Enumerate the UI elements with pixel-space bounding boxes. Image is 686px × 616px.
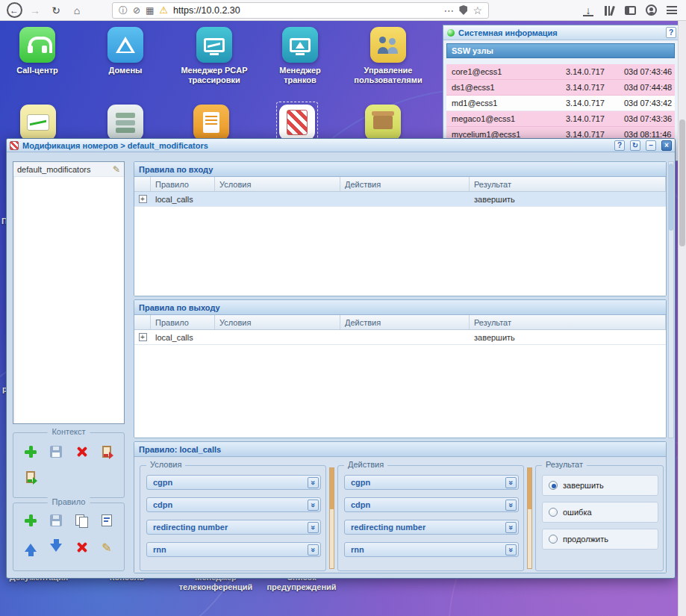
chevron-down-icon[interactable]: » bbox=[505, 500, 517, 511]
url-text: https://10.0.2.30 bbox=[173, 5, 438, 16]
action-dropdown-cdpn[interactable]: cdpn » bbox=[344, 497, 519, 512]
permission-blocked-icon[interactable]: ⊘ bbox=[133, 6, 140, 15]
chevron-down-icon[interactable]: » bbox=[505, 544, 517, 556]
menu-button[interactable] bbox=[662, 1, 682, 19]
rules-out-section: Правила по выходу Правило Условия Действ… bbox=[134, 299, 667, 438]
delete-rule-button[interactable] bbox=[73, 539, 90, 556]
window-close-button[interactable]: × bbox=[661, 140, 672, 151]
result-legend: Результат bbox=[542, 460, 587, 469]
node-name: core1@ecss1 bbox=[446, 67, 566, 76]
conditions-scrollbar[interactable] bbox=[329, 467, 334, 569]
window-titlebar[interactable]: Модификация номеров > default_modificato… bbox=[7, 139, 675, 152]
scrollbar-thumb[interactable] bbox=[669, 164, 673, 231]
app-icon-call-center[interactable]: Call-центр bbox=[1, 27, 73, 75]
download-button[interactable]: ↓ bbox=[579, 1, 598, 19]
app-icon-number-modificators-selected[interactable] bbox=[276, 102, 318, 143]
chevron-down-icon[interactable]: » bbox=[308, 544, 319, 556]
warning-icon[interactable]: ⚠ bbox=[159, 5, 168, 15]
scrollbar-thumb[interactable] bbox=[528, 468, 531, 509]
chevron-down-icon[interactable]: » bbox=[308, 522, 319, 533]
node-row[interactable]: ds1@ecss1 3.14.0.717 03d 07:44:48 bbox=[446, 80, 675, 96]
page-scrollbar-thumb[interactable] bbox=[679, 119, 685, 246]
chevron-down-icon[interactable]: » bbox=[308, 477, 319, 488]
save-rule-button[interactable] bbox=[48, 512, 64, 529]
account-button[interactable] bbox=[641, 1, 661, 19]
save-context-button[interactable] bbox=[48, 444, 64, 460]
move-up-button[interactable] bbox=[22, 539, 39, 556]
edit-rule-button[interactable]: ✎ bbox=[99, 539, 115, 556]
import-context-button[interactable] bbox=[22, 469, 39, 485]
context-group: Контекст bbox=[13, 432, 125, 498]
account-icon bbox=[646, 4, 657, 16]
triangle-icon bbox=[116, 37, 135, 53]
export-context-button[interactable] bbox=[99, 444, 115, 460]
column-result: Результат bbox=[470, 315, 666, 329]
condition-dropdown-rnn[interactable]: rnn » bbox=[146, 542, 321, 557]
app-icon-user-management[interactable]: Управление пользователями bbox=[349, 27, 427, 85]
add-rule-button[interactable] bbox=[22, 512, 39, 529]
permission-grid-icon[interactable]: ▦ bbox=[146, 6, 154, 15]
window-scrollbar[interactable] bbox=[668, 161, 674, 438]
window-help-button[interactable]: ? bbox=[614, 140, 625, 151]
chevron-down-icon[interactable]: » bbox=[308, 500, 319, 511]
context-list[interactable]: default_modificators ✎ bbox=[13, 161, 125, 424]
floppy-icon bbox=[50, 514, 62, 526]
column-actions: Действия bbox=[340, 315, 470, 329]
list-item-default-modificators[interactable]: default_modificators ✎ bbox=[13, 162, 124, 177]
back-arrow-icon: ← bbox=[7, 2, 22, 18]
node-row[interactable]: md1@ecss1 3.14.0.717 03d 07:43:42 bbox=[446, 96, 675, 111]
copy-rule-button[interactable] bbox=[73, 512, 90, 529]
window-minimize-button[interactable]: – bbox=[646, 140, 656, 151]
ssw-nodes-header: SSW узлы bbox=[446, 43, 675, 58]
condition-dropdown-cgpn[interactable]: cgpn » bbox=[146, 475, 321, 490]
move-down-button[interactable] bbox=[48, 539, 64, 556]
app-icon-pcap-manager[interactable]: Менеджер PCAP трассировки bbox=[177, 27, 252, 85]
library-button[interactable] bbox=[599, 1, 619, 19]
edit-pencil-icon[interactable]: ✎ bbox=[113, 164, 120, 175]
node-row[interactable]: core1@ecss1 3.14.0.717 03d 07:43:46 bbox=[446, 64, 675, 80]
action-dropdown-redirecting-number[interactable]: redirecting number » bbox=[344, 520, 519, 535]
scrollbar-thumb[interactable] bbox=[330, 468, 334, 509]
expand-button[interactable]: + bbox=[139, 195, 147, 203]
chevron-down-icon[interactable]: » bbox=[505, 477, 517, 488]
page-actions-button[interactable]: ⋯ bbox=[443, 5, 454, 16]
expand-button[interactable]: + bbox=[139, 333, 147, 341]
forward-button[interactable]: → bbox=[25, 1, 45, 19]
action-dropdown-rnn[interactable]: rnn » bbox=[344, 542, 519, 557]
result-option-error[interactable]: ошибка bbox=[542, 502, 658, 523]
shield-icon[interactable] bbox=[459, 5, 467, 15]
down-arrow-icon bbox=[50, 544, 62, 552]
delete-context-button[interactable] bbox=[73, 444, 90, 460]
result-option-finish[interactable]: завершить bbox=[542, 475, 658, 496]
url-bar[interactable]: ⓘ ⊘ ▦ ⚠ https://10.0.2.30 ⋯ ☆ bbox=[112, 2, 489, 19]
app-icon-domains[interactable]: Домены bbox=[90, 27, 161, 75]
action-dropdown-cgpn[interactable]: cgpn » bbox=[344, 475, 519, 490]
library-icon bbox=[605, 5, 614, 16]
condition-dropdown-cdpn[interactable]: cdpn » bbox=[146, 497, 321, 512]
rename-rule-button[interactable] bbox=[99, 512, 115, 529]
table-empty-area bbox=[134, 207, 666, 296]
window-refresh-button[interactable]: ↻ bbox=[630, 140, 640, 151]
box-icon bbox=[373, 116, 393, 129]
back-button[interactable]: ← bbox=[4, 1, 24, 19]
system-info-help-button[interactable]: ? bbox=[666, 27, 676, 38]
refresh-button[interactable]: ↻ bbox=[46, 1, 66, 19]
window-icon bbox=[10, 141, 19, 150]
result-option-continue[interactable]: продолжить bbox=[542, 529, 658, 550]
monitor-wave-icon bbox=[204, 38, 225, 52]
page-scrollbar[interactable] bbox=[678, 21, 686, 616]
context-group-legend: Контекст bbox=[47, 427, 90, 436]
bookmark-star-button[interactable]: ☆ bbox=[473, 5, 482, 16]
rules-in-row-local-calls[interactable]: + local_calls завершить bbox=[134, 192, 666, 207]
sidebar-button[interactable] bbox=[620, 1, 640, 19]
window-body: default_modificators ✎ Контекст bbox=[7, 152, 675, 578]
actions-scrollbar[interactable] bbox=[527, 467, 532, 569]
chevron-down-icon[interactable]: » bbox=[505, 522, 517, 533]
home-button[interactable]: ⌂ bbox=[67, 1, 87, 19]
info-icon[interactable]: ⓘ bbox=[119, 6, 128, 15]
node-row[interactable]: megaco1@ecss1 3.14.0.717 03d 07:43:36 bbox=[446, 111, 675, 127]
rules-out-row-local-calls[interactable]: + local_calls завершить bbox=[134, 330, 666, 345]
add-context-button[interactable] bbox=[22, 444, 39, 460]
condition-dropdown-redirecting-number[interactable]: redirecting number » bbox=[146, 520, 321, 535]
app-icon-trunk-manager[interactable]: Менеджер транков bbox=[264, 27, 336, 85]
